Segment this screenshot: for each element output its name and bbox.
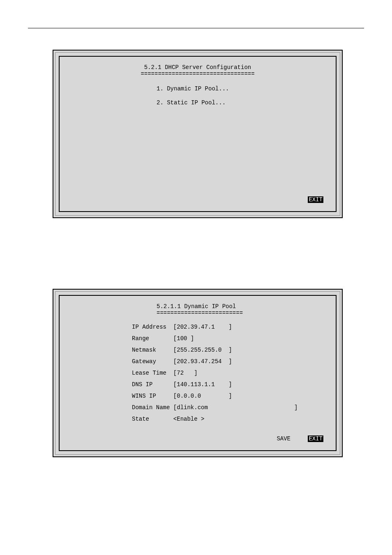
field-row-range: Range [100 ] [132,335,325,342]
field-row-gateway: Gateway [202.93.47.254 ] [132,358,325,365]
field-input-ip-address[interactable]: [202.39.47.1 ] [173,324,232,330]
field-label-state: State [132,416,173,422]
exit-button-2[interactable]: EXIT [308,435,323,442]
field-label-lease-time: Lease Time [132,370,173,376]
dynamic-ip-pool-panel: 5.2.1.1 Dynamic IP Pool ================… [53,289,343,457]
menu-item-static-ip-pool[interactable]: 2. Static IP Pool... [157,99,325,106]
field-row-dns-ip: DNS IP [140.113.1.1 ] [132,381,325,388]
field-input-domain-name[interactable]: [dlink.com ] [173,404,297,411]
field-label-gateway: Gateway [132,358,173,365]
field-input-state[interactable]: <Enable > [173,416,205,422]
field-input-netmask[interactable]: [255.255.255.0 ] [173,347,232,353]
field-row-ip-address: IP Address [202.39.47.1 ] [132,324,325,330]
menu-item-dynamic-ip-pool[interactable]: 1. Dynamic IP Pool... [157,85,325,92]
field-label-wins-ip: WINS IP [132,393,173,399]
field-input-dns-ip[interactable]: [140.113.1.1 ] [173,381,232,388]
panel1-underline: ================================= [70,71,325,77]
dhcp-config-panel: 5.2.1 DHCP Server Configuration ========… [53,50,343,218]
save-button[interactable]: SAVE [276,435,291,442]
field-row-domain-name: Domain Name [dlink.com ] [132,404,325,411]
field-input-gateway[interactable]: [202.93.47.254 ] [173,358,232,365]
top-rule [28,28,364,28]
field-label-domain-name: Domain Name [132,404,173,411]
field-row-netmask: Netmask [255.255.255.0 ] [132,347,325,353]
field-input-range[interactable]: [100 ] [173,335,194,342]
field-label-ip-address: IP Address [132,324,173,330]
field-row-state: State <Enable > [132,416,325,422]
panel2-underline: ========================= [157,310,325,316]
field-label-dns-ip: DNS IP [132,381,173,388]
field-label-range: Range [132,335,173,342]
exit-button[interactable]: EXIT [308,196,323,203]
field-row-wins-ip: WINS IP [0.0.0.0 ] [132,393,325,399]
field-row-lease-time: Lease Time [72 ] [132,370,325,376]
panel1-title: 5.2.1 DHCP Server Configuration [70,64,325,71]
field-input-lease-time[interactable]: [72 ] [173,370,198,376]
field-input-wins-ip[interactable]: [0.0.0.0 ] [173,393,232,399]
field-label-netmask: Netmask [132,347,173,353]
panel2-title: 5.2.1.1 Dynamic IP Pool [157,303,325,310]
